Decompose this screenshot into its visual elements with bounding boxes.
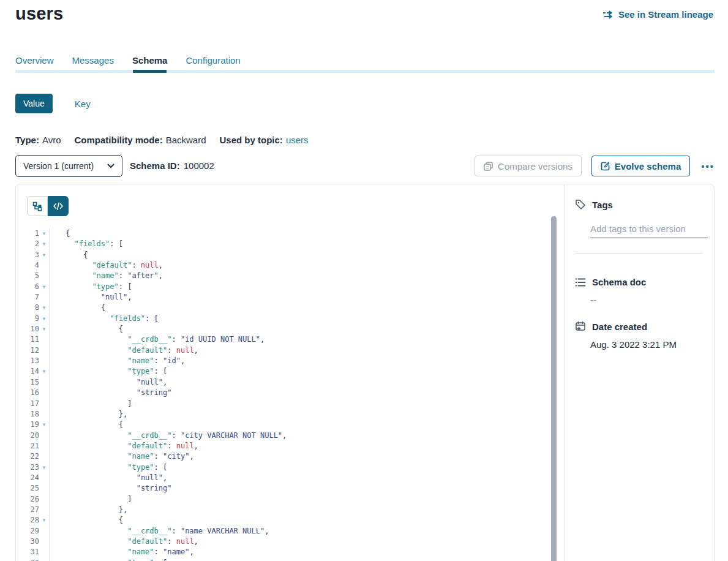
fold-toggle-icon[interactable]: ▼ — [39, 282, 49, 292]
code-text: "null", — [49, 292, 564, 303]
fold-toggle-icon[interactable]: ▼ — [39, 228, 49, 239]
code-line: 9▼"fields": [ — [16, 314, 564, 324]
code-line: 2▼"fields": [ — [16, 239, 564, 249]
code-text: "string" — [49, 483, 564, 494]
line-number: 9 — [16, 314, 39, 324]
date-created-value: Aug. 3 2022 3:21 PM — [590, 339, 703, 350]
fold-toggle-icon — [39, 345, 49, 356]
fold-toggle-icon — [39, 271, 49, 281]
used-by-topic: Used by topic: users — [220, 135, 309, 145]
value-toggle-button[interactable]: Value — [15, 94, 53, 113]
code-text: "fields": [ — [49, 314, 564, 324]
code-text: }, — [49, 505, 564, 515]
line-number: 32 — [16, 558, 39, 561]
code-text: "default": null, — [49, 345, 564, 356]
schema-id: Schema ID: 100002 — [130, 160, 214, 171]
code-text: { — [49, 324, 564, 334]
evolve-schema-button[interactable]: Evolve schema — [591, 156, 690, 176]
line-number: 21 — [16, 441, 39, 451]
line-number: 3 — [16, 250, 39, 260]
tab-configuration[interactable]: Configuration — [186, 55, 240, 72]
fold-toggle-icon[interactable]: ▼ — [39, 366, 49, 377]
code-view-button[interactable] — [48, 196, 69, 216]
code-line: 27}, — [16, 505, 564, 515]
code-line: 20"__crdb__": "city VARCHAR NOT NULL", — [16, 431, 564, 441]
code-line: 24"null", — [16, 473, 564, 483]
line-number: 2 — [16, 239, 39, 249]
topic-link[interactable]: users — [286, 135, 309, 145]
code-line: 23▼"type": [ — [16, 462, 564, 473]
editor-vertical-scrollbar[interactable] — [551, 216, 557, 561]
code-line: 11"__crdb__": "id UUID NOT NULL", — [16, 334, 564, 345]
see-in-stream-lineage-link[interactable]: See in Stream lineage — [602, 9, 713, 20]
code-text: "default": null, — [49, 441, 564, 451]
code-text: { — [49, 515, 564, 525]
calendar-plus-icon — [575, 321, 586, 332]
tab-messages[interactable]: Messages — [72, 55, 114, 72]
more-options-button[interactable]: ••• — [700, 159, 716, 174]
tab-schema[interactable]: Schema — [132, 55, 168, 72]
fold-toggle-icon — [39, 473, 49, 483]
fold-toggle-icon — [39, 494, 49, 505]
code-text: { — [49, 420, 564, 430]
fold-toggle-icon — [39, 260, 49, 271]
code-line: 30"default": null, — [16, 537, 564, 547]
compare-versions-label: Compare versions — [498, 161, 572, 171]
code-text: "__crdb__": "name VARCHAR NULL", — [49, 526, 564, 537]
fold-toggle-icon — [39, 431, 49, 441]
code-text: ] — [49, 399, 564, 409]
code-text: "type": [ — [49, 462, 564, 473]
tab-overview[interactable]: Overview — [15, 55, 54, 72]
schema-actions: Compare versions Evolve schema ••• — [475, 156, 716, 176]
fold-toggle-icon[interactable]: ▼ — [39, 462, 49, 473]
code-line: 21"default": null, — [16, 441, 564, 451]
line-number: 5 — [16, 271, 39, 281]
key-toggle-button[interactable]: Key — [75, 99, 91, 109]
version-dropdown[interactable]: Version 1 (current) — [15, 155, 122, 177]
line-number: 22 — [16, 451, 39, 462]
fold-toggle-icon[interactable]: ▼ — [39, 314, 49, 324]
fold-toggle-icon[interactable]: ▼ — [39, 558, 49, 561]
line-number: 6 — [16, 282, 39, 292]
fold-toggle-icon — [39, 483, 49, 494]
tree-view-button[interactable] — [27, 196, 48, 216]
code-text: ] — [49, 494, 564, 505]
fold-toggle-icon[interactable]: ▼ — [39, 420, 49, 430]
code-line: 31"name": "name", — [16, 547, 564, 557]
compare-versions-button[interactable]: Compare versions — [475, 156, 582, 176]
code-text: "string" — [49, 388, 564, 398]
line-number: 4 — [16, 260, 39, 271]
tags-input[interactable] — [590, 222, 708, 238]
fold-toggle-icon — [39, 388, 49, 398]
schema-panel: 1▼{2▼"fields": [3▼{4"default": null,5"na… — [15, 184, 715, 561]
fold-toggle-icon[interactable]: ▼ — [39, 324, 49, 334]
code-line: 16"string" — [16, 388, 564, 398]
version-dropdown-value: Version 1 (current) — [23, 161, 94, 171]
code-text: { — [49, 303, 564, 313]
fold-toggle-icon[interactable]: ▼ — [39, 515, 49, 525]
line-number: 16 — [16, 388, 39, 398]
line-number: 14 — [16, 366, 39, 377]
code-text: "name": "name", — [49, 547, 564, 557]
code-line: 18}, — [16, 409, 564, 420]
chevron-down-icon — [107, 164, 114, 168]
line-number: 23 — [16, 462, 39, 473]
fold-toggle-icon[interactable]: ▼ — [39, 250, 49, 260]
code-line: 1▼{ — [16, 228, 564, 239]
fold-toggle-icon[interactable]: ▼ — [39, 239, 49, 249]
code-view-icon — [53, 202, 63, 210]
editor-view-toggle — [27, 196, 69, 216]
tag-icon — [575, 199, 586, 210]
fold-toggle-icon[interactable]: ▼ — [39, 303, 49, 313]
code-text: "null", — [49, 377, 564, 388]
code-line: 15"null", — [16, 377, 564, 388]
line-number: 19 — [16, 420, 39, 430]
fold-toggle-icon — [39, 505, 49, 515]
code-line: 6▼"type": [ — [16, 282, 564, 292]
used-by-topic-label: Used by topic: — [220, 135, 283, 145]
line-number: 13 — [16, 356, 39, 366]
line-number: 17 — [16, 399, 39, 409]
tab-track — [15, 70, 715, 73]
code-text: "default": null, — [49, 537, 564, 547]
line-number: 31 — [16, 547, 39, 557]
